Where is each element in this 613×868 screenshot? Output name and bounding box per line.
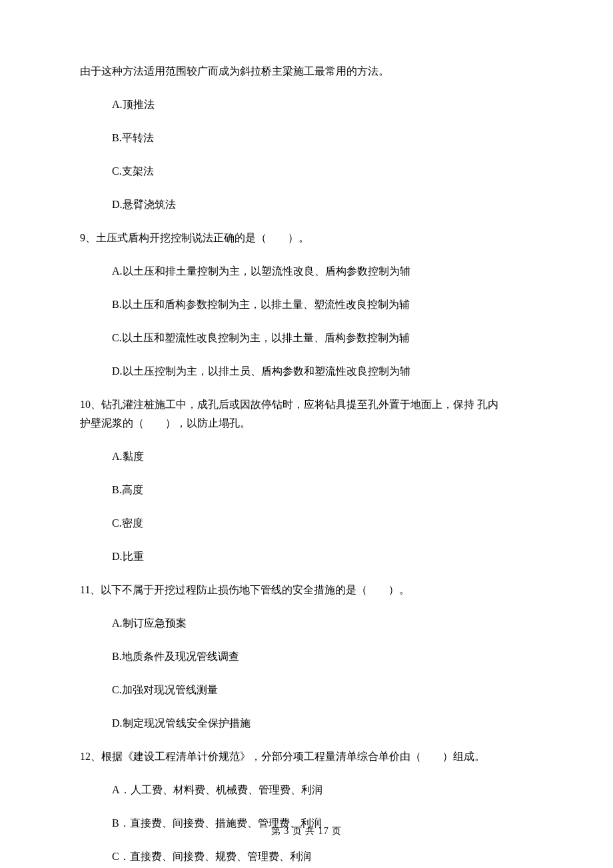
- q11-option-b: B.地质条件及现况管线调查: [112, 649, 533, 665]
- q10-stem-line2: 护壁泥浆的（ ），以防止塌孔。: [80, 415, 533, 431]
- page-container: 由于这种方法适用范围较广而成为斜拉桥主梁施工最常用的方法。 A.顶推法 B.平转…: [0, 0, 613, 868]
- intro-tail-line: 由于这种方法适用范围较广而成为斜拉桥主梁施工最常用的方法。: [80, 63, 533, 79]
- q12-option-c: C．直接费、间接费、规费、管理费、利润: [112, 849, 533, 865]
- q10-stem-line1: 10、钻孔灌注桩施工中，成孔后或因故停钻时，应将钻具提至孔外置于地面上，保持 孔…: [80, 397, 533, 413]
- q9-option-c: C.以土压和塑流性改良控制为主，以排土量、盾构参数控制为辅: [112, 330, 533, 346]
- page-footer: 第 3 页 共 17 页: [0, 824, 613, 838]
- q12-stem: 12、根据《建设工程清单计价规范》，分部分项工程量清单综合单价由（ ）组成。: [80, 749, 533, 765]
- q9-option-b: B.以土压和盾构参数控制为主，以排土量、塑流性改良控制为辅: [112, 297, 533, 313]
- q9-option-a: A.以土压和排土量控制为主，以塑流性改良、盾构参数控制为辅: [112, 263, 533, 279]
- q10-option-b: B.高度: [112, 482, 533, 498]
- intro-option-a: A.顶推法: [112, 97, 533, 113]
- q10-option-a: A.黏度: [112, 449, 533, 465]
- q10-option-c: C.密度: [112, 515, 533, 531]
- intro-option-c: C.支架法: [112, 163, 533, 179]
- q12-option-a: A．人工费、材料费、机械费、管理费、利润: [112, 782, 533, 798]
- q11-option-c: C.加强对现况管线测量: [112, 682, 533, 698]
- q11-option-a: A.制订应急预案: [112, 615, 533, 631]
- q11-option-d: D.制定现况管线安全保护措施: [112, 715, 533, 731]
- intro-option-d: D.悬臂浇筑法: [112, 197, 533, 213]
- q9-stem: 9、土压式盾构开挖控制说法正确的是（ ）。: [80, 230, 533, 246]
- q11-stem: 11、以下不属于开挖过程防止损伤地下管线的安全措施的是（ ）。: [80, 582, 533, 598]
- intro-option-b: B.平转法: [112, 130, 533, 146]
- q10-option-d: D.比重: [112, 549, 533, 565]
- q9-option-d: D.以土压控制为主，以排土员、盾构参数和塑流性改良控制为辅: [112, 363, 533, 379]
